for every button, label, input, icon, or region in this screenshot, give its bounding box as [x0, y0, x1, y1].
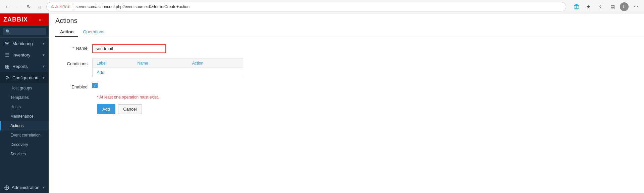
search-input[interactable] — [3, 28, 46, 35]
required-star: * — [72, 46, 74, 51]
expand-icon[interactable]: □ — [43, 17, 45, 22]
sidebar-item-configuration[interactable]: ⚙ Configuration ▼ — [0, 72, 49, 83]
admin-arrow: ▼ — [42, 186, 45, 189]
page-header: Actions Action Operations — [49, 13, 644, 37]
config-icon: ⚙ — [4, 75, 10, 80]
monitoring-arrow: ▼ — [42, 42, 45, 45]
home-button[interactable]: ⌂ — [36, 3, 44, 11]
cancel-button[interactable]: Cancel — [118, 104, 142, 114]
checkbox-container: ✓ — [92, 83, 98, 88]
col-action: Action — [188, 59, 243, 68]
collapse-icon[interactable]: « — [39, 17, 41, 22]
address-bar[interactable]: ⚠ ⚠ 不安全 | server.com/actionconf.php?even… — [46, 2, 566, 11]
forward-button[interactable]: → — [14, 3, 22, 11]
name-row: * Name — [59, 44, 634, 53]
conditions-header: Label Name Action — [93, 59, 243, 68]
avatar[interactable]: U — [620, 2, 629, 11]
sidebar-search[interactable] — [0, 26, 49, 38]
configuration-label: Configuration — [12, 75, 38, 80]
logo-icons: « □ — [39, 17, 45, 22]
page-title: Actions — [55, 17, 637, 25]
main-content: Actions Action Operations * Name — [49, 13, 644, 193]
inventory-arrow: ▼ — [42, 53, 45, 57]
name-input[interactable] — [92, 44, 166, 53]
inventory-icon: ☰ — [4, 52, 10, 57]
app-container: ZABBIX « □ 👁 Monitoring ▼ ☰ Inventory ▼ … — [0, 13, 644, 193]
conditions-add-link[interactable]: Add — [97, 70, 104, 75]
reports-icon: ▦ — [4, 64, 10, 69]
eye-icon: 👁 — [4, 41, 10, 46]
sidebar-subitem-hosts[interactable]: Hosts — [0, 102, 49, 112]
tab-operations[interactable]: Operations — [78, 27, 109, 37]
add-button[interactable]: Add — [97, 104, 115, 114]
translate-button[interactable]: 🌐 — [572, 2, 581, 11]
extensions-button[interactable]: ▤ — [608, 2, 617, 11]
address-separator: | — [72, 4, 73, 9]
security-warning: ⚠ ⚠ 不安全 — [51, 4, 70, 9]
browser-chrome: ← → ↻ ⌂ ⚠ ⚠ 不安全 | server.com/actionconf.… — [0, 0, 644, 13]
button-row: Add Cancel — [97, 104, 634, 114]
monitoring-label: Monitoring — [12, 41, 33, 46]
collections-button[interactable]: ☇ — [596, 2, 605, 11]
sidebar: ZABBIX « □ 👁 Monitoring ▼ ☰ Inventory ▼ … — [0, 13, 49, 193]
logo-text: ZABBIX — [3, 16, 28, 23]
address-text: server.com/actionconf.php?eventsource=0&… — [75, 4, 190, 9]
reload-button[interactable]: ↻ — [25, 3, 33, 11]
conditions-table: Label Name Action Add — [92, 59, 243, 77]
conditions-body: Add — [93, 68, 243, 77]
admin-icon: ⨁ — [4, 185, 9, 190]
more-button[interactable]: ⋯ — [631, 2, 641, 11]
inventory-label: Inventory — [12, 52, 30, 57]
sidebar-item-administration[interactable]: ⨁ Administration ▼ — [0, 182, 49, 193]
sidebar-subitem-templates[interactable]: Templates — [0, 93, 49, 102]
tab-action[interactable]: Action — [55, 27, 78, 37]
col-label: Label — [93, 59, 133, 68]
sidebar-subitem-discovery[interactable]: Discovery — [0, 140, 49, 149]
bookmark-button[interactable]: ★ — [584, 2, 593, 11]
back-button[interactable]: ← — [3, 3, 11, 11]
conditions-row: Conditions Label Name Action Add — [59, 59, 634, 77]
reports-label: Reports — [12, 64, 28, 69]
conditions-label: Conditions — [59, 59, 92, 66]
sidebar-item-reports[interactable]: ▦ Reports ▼ — [0, 61, 49, 72]
tabs: Action Operations — [55, 27, 637, 37]
warning-message: * At least one operation must exist. — [97, 95, 634, 100]
administration-label: Administration — [12, 185, 39, 190]
sidebar-subitem-services[interactable]: Services — [0, 149, 49, 159]
reports-arrow: ▼ — [42, 65, 45, 68]
enabled-label: Enabled — [59, 83, 92, 89]
form-area: * Name Conditions Label Name Action Add — [49, 37, 644, 193]
name-label: * Name — [59, 44, 92, 51]
config-arrow: ▼ — [42, 76, 45, 80]
sidebar-item-monitoring[interactable]: 👁 Monitoring ▼ — [0, 38, 49, 49]
enabled-row: Enabled ✓ — [59, 83, 634, 89]
sidebar-subitem-host-groups[interactable]: Host groups — [0, 83, 49, 93]
sidebar-logo: ZABBIX « □ — [0, 13, 49, 26]
enabled-checkbox[interactable]: ✓ — [92, 83, 98, 88]
sidebar-subitem-event-correlation[interactable]: Event correlation — [0, 130, 49, 140]
sidebar-subitem-maintenance[interactable]: Maintenance — [0, 112, 49, 121]
sidebar-item-inventory[interactable]: ☰ Inventory ▼ — [0, 49, 49, 61]
sidebar-subitem-actions[interactable]: Actions — [0, 121, 49, 130]
browser-actions: 🌐 ★ ☇ ▤ U ⋯ — [572, 2, 641, 11]
col-name: Name — [133, 59, 188, 68]
warning-icon: ⚠ — [51, 4, 54, 9]
